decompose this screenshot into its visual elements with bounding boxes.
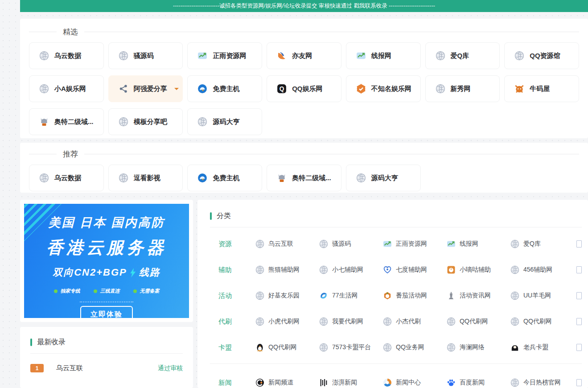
category-site-link[interactable]: 新闻中心 [383,378,447,387]
category-site-link[interactable]: 海澜网络 [447,343,510,352]
site-card[interactable]: 阿强爱分享 [108,75,183,102]
category-site-link[interactable]: 老兵卡盟 [510,343,574,352]
category-site-label: 老兵卡盟 [523,343,548,351]
category-site-link[interactable]: 正雨资源网 [383,239,447,248]
site-card-label: 阿强爱分享 [134,85,167,93]
category-site-link[interactable]: QQ代刷网 [510,317,574,326]
site-card[interactable]: 逗看影视 [108,165,183,191]
category-site-label: 新闻中心 [396,379,421,387]
category-site-link[interactable]: 七度辅助网 [383,265,447,274]
category-site-link[interactable]: 456辅助网 [510,265,574,274]
site-card[interactable]: 骚源码 [108,42,183,69]
globe-icon [447,343,456,352]
lightning-icon [130,268,136,277]
row-more-icon[interactable] [576,266,582,273]
category-site-link[interactable]: 7573卡盟平台 [319,343,383,352]
category-label[interactable]: 活动 [218,292,255,300]
site-card[interactable]: 免费主机 [187,165,262,191]
site-card-label: 模板分享吧 [134,118,167,126]
row-more-icon[interactable] [576,318,582,325]
site-card[interactable]: 牛码屋 [504,75,579,102]
row-more-icon[interactable] [576,344,582,351]
category-site-link[interactable]: 今日热榜官网 [510,378,574,387]
globe-icon [447,317,456,326]
category-site-link[interactable]: QQ代刷网 [447,317,510,326]
category-panel: 分类 资源乌云互联骚源码正雨资源网线报网爱Q库辅助熊猫辅助网小七辅助网七度辅助网… [197,200,588,388]
site-card[interactable]: 奥特二级域... [267,165,341,191]
site-card[interactable]: 源码大亨 [346,165,421,191]
category-site-link[interactable]: 线报网 [447,239,510,248]
site-card[interactable]: 小A娱乐网 [29,75,104,102]
category-site-link[interactable]: 百度新闻 [447,378,510,387]
globe-icon [197,117,207,127]
category-site-label: QQ业务网 [396,343,424,351]
category-site-link[interactable]: 骚源码 [319,239,383,248]
category-site-link[interactable]: 新闻频道 [255,378,319,387]
site-card[interactable]: 新秀网 [425,75,500,102]
review-status: 通过审核 [158,364,183,372]
category-site-link[interactable]: 澎湃新闻 [319,378,383,387]
category-site-link[interactable]: UU羊毛网 [510,291,574,300]
group-divider [210,363,582,364]
paw-icon [447,378,456,387]
category-label[interactable]: 资源 [218,240,255,248]
pengpai-icon [319,378,328,387]
site-card[interactable]: 免费主机 [187,75,262,102]
category-site-link[interactable]: 77生活网 [319,291,383,300]
category-label[interactable]: 新闻 [218,379,255,387]
category-site-link[interactable]: 活动资讯网 [447,291,510,300]
ad-headline: 美国 日本 国内高防 [24,215,189,231]
category-site-link[interactable]: 小虎代刷网 [255,317,319,326]
row-more-icon[interactable] [576,292,582,299]
announcement-banner[interactable]: -------------------------诚招各类型资源网/娱乐网/论坛… [20,0,588,12]
tomato-icon [383,291,392,300]
site-card[interactable]: 乌云数据 [29,165,104,191]
site-card[interactable]: 亦友网 [267,42,341,69]
category-label[interactable]: 卡盟 [218,343,255,352]
category-site-label: 线报网 [460,240,478,248]
site-card[interactable]: 乌云数据 [29,42,104,69]
category-site-link[interactable]: 番茄活动网 [383,291,447,300]
globe-icon [319,343,328,352]
site-card[interactable]: 奥特二级域... [29,108,104,135]
site-card[interactable]: 不知名娱乐网 [346,75,421,102]
divider [210,227,582,227]
category-site-link[interactable]: 熊猫辅助网 [255,265,319,274]
category-site-link[interactable]: 小杰代刷 [383,317,447,326]
category-site-link[interactable]: 爱Q库 [510,239,574,248]
site-card[interactable]: 爱Q库 [425,42,500,69]
category-site-link[interactable]: 好基友乐园 [255,291,319,300]
category-site-link[interactable]: QQ业务网 [383,343,447,352]
latest-panel: 最新收录 1乌云互联通过审核 [20,327,193,388]
rank-badge: 1 [30,364,44,372]
site-card[interactable]: 模板分享吧 [108,108,183,135]
site-card[interactable]: QQ资源馆 [504,42,579,69]
site-card[interactable]: 线报网 [346,42,421,69]
category-site-label: 骚源码 [332,240,351,248]
category-site-label: 77生活网 [332,292,358,300]
site-card[interactable]: QQQ娱乐网 [267,75,341,102]
globe-icon [319,265,328,274]
category-label[interactable]: 代刷 [218,318,255,326]
category-site-link[interactable]: 小嘀咕辅助 [447,265,510,274]
globe-icon [119,51,128,61]
latest-row[interactable]: 1乌云互联通过审核 [30,364,183,372]
ad-subtitle-right: 线路 [139,266,160,279]
site-card[interactable]: 正雨资源网 [187,42,262,69]
category-site-link[interactable]: 小七辅助网 [319,265,383,274]
globe-icon [319,239,328,248]
category-site-link[interactable]: 乌云互联 [255,239,319,248]
site-card[interactable]: 源码大亨 [187,108,262,135]
caret-down-icon [174,88,179,92]
category-site-label: 7573卡盟平台 [332,343,371,351]
cloud-server-ad-banner[interactable]: 美国 日本 国内高防 香港云服务器 双向CN2+BGP 线路 独家专线三线直连无… [24,204,189,318]
row-more-icon[interactable] [576,379,582,386]
recommended-panel: 推荐 乌云数据逗看影视免费主机奥特二级域...源码大亨 [20,143,588,193]
ad-cta-button[interactable]: 立即体验 [80,306,133,318]
row-more-icon[interactable] [576,240,582,248]
category-site-link[interactable]: QQ代刷网 [255,343,319,352]
category-label[interactable]: 辅助 [218,266,255,274]
category-site-link[interactable]: 我要代刷网 [319,317,383,326]
category-row: 活动好基友乐园77生活网番茄活动网活动资讯网UU羊毛网 [210,283,582,309]
latest-site-label: 乌云互联 [56,364,158,372]
